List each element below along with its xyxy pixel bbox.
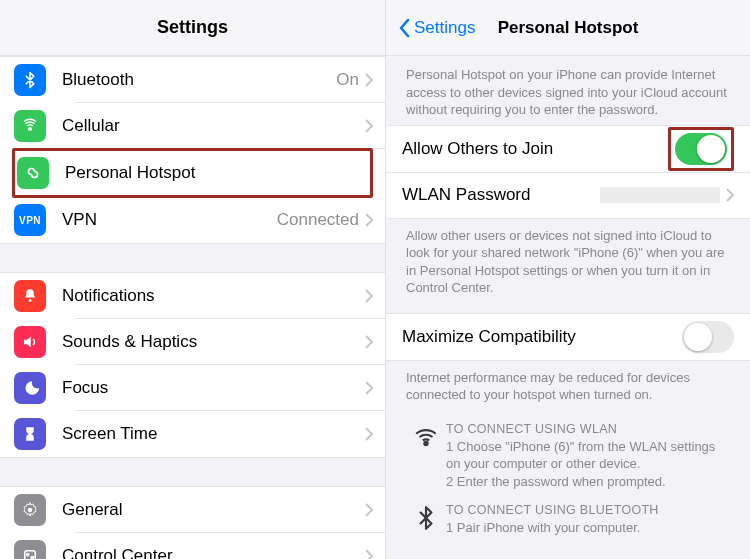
focus-icon — [14, 372, 46, 404]
row-vpn[interactable]: VPN VPN Connected — [0, 197, 385, 243]
notifications-icon — [14, 280, 46, 312]
row-max-compatibility[interactable]: Maximize Compatibility — [386, 314, 750, 360]
hotspot-group-maxcomp: Maximize Compatibility — [386, 313, 750, 361]
row-label: Screen Time — [62, 424, 365, 444]
chevron-right-icon — [726, 188, 734, 202]
svg-point-6 — [424, 442, 427, 445]
vpn-icon: VPN — [14, 204, 46, 236]
intro-text: Personal Hotspot on your iPhone can prov… — [386, 56, 750, 125]
svg-point-1 — [29, 299, 32, 302]
hotspot-group-allow: Allow Others to Join WLAN Password — [386, 125, 750, 219]
back-button[interactable]: Settings — [398, 18, 475, 38]
row-label: Allow Others to Join — [402, 139, 664, 159]
settings-group-general: General Control Center — [0, 486, 385, 559]
hotspot-pane: Settings Personal Hotspot Personal Hotsp… — [386, 0, 750, 559]
general-icon — [14, 494, 46, 526]
row-allow-others[interactable]: Allow Others to Join — [386, 126, 750, 172]
wifi-icon — [406, 422, 446, 491]
settings-title: Settings — [157, 17, 228, 38]
chevron-right-icon — [365, 381, 373, 395]
hotspot-header: Settings Personal Hotspot — [386, 0, 750, 56]
control-center-icon — [14, 540, 46, 559]
row-notifications[interactable]: Notifications — [0, 273, 385, 319]
screen-time-icon — [14, 418, 46, 450]
highlight-toggle — [668, 127, 734, 171]
instr-line: 1 Pair iPhone with your computer. — [446, 519, 659, 537]
chevron-right-icon — [365, 549, 373, 559]
svg-point-2 — [28, 508, 33, 513]
row-sounds-haptics[interactable]: Sounds & Haptics — [0, 319, 385, 365]
row-bluetooth[interactable]: Bluetooth On — [0, 57, 385, 103]
chevron-right-icon — [365, 503, 373, 517]
row-general[interactable]: General — [0, 487, 385, 533]
svg-point-4 — [27, 553, 29, 555]
svg-point-5 — [31, 556, 33, 558]
settings-group-connectivity: Bluetooth On Cellular Personal Hotspot — [0, 56, 385, 244]
row-focus[interactable]: Focus — [0, 365, 385, 411]
bluetooth-icon — [14, 64, 46, 96]
instr-line: 2 Enter the password when prompted. — [446, 473, 730, 491]
row-wlan-password[interactable]: WLAN Password — [386, 172, 750, 218]
row-label: Maximize Compatibility — [402, 327, 682, 347]
row-cellular[interactable]: Cellular — [0, 103, 385, 149]
row-value: On — [336, 70, 359, 90]
row-label: VPN — [62, 210, 277, 230]
max-compatibility-toggle[interactable] — [682, 321, 734, 353]
maxcomp-desc: Internet performance may be reduced for … — [386, 361, 750, 410]
instructions-wlan: TO CONNECT USING WLAN 1 Choose "iPhone (… — [386, 410, 750, 491]
row-control-center[interactable]: Control Center — [0, 533, 385, 559]
row-label: Sounds & Haptics — [62, 332, 365, 352]
svg-point-0 — [29, 128, 31, 130]
row-label: Personal Hotspot — [65, 163, 370, 183]
sounds-icon — [14, 326, 46, 358]
settings-group-notifications: Notifications Sounds & Haptics Focus — [0, 272, 385, 458]
row-personal-hotspot[interactable]: Personal Hotspot — [15, 151, 370, 195]
settings-pane: Settings Bluetooth On Cellular — [0, 0, 386, 559]
chevron-right-icon — [365, 335, 373, 349]
chevron-right-icon — [365, 119, 373, 133]
row-label: Cellular — [62, 116, 365, 136]
settings-header: Settings — [0, 0, 385, 56]
back-label: Settings — [414, 18, 475, 38]
highlight-personal-hotspot: Personal Hotspot — [12, 148, 373, 198]
instructions-bluetooth: TO CONNECT USING BLUETOOTH 1 Pair iPhone… — [386, 491, 750, 537]
allow-desc: Allow other users or devices not signed … — [386, 219, 750, 303]
row-value: Connected — [277, 210, 359, 230]
row-label: Notifications — [62, 286, 365, 306]
hotspot-icon — [17, 157, 49, 189]
chevron-right-icon — [365, 289, 373, 303]
chevron-right-icon — [365, 427, 373, 441]
row-label: Bluetooth — [62, 70, 336, 90]
instr-title: TO CONNECT USING BLUETOOTH — [446, 503, 659, 517]
chevron-left-icon — [398, 18, 410, 38]
instr-title: TO CONNECT USING WLAN — [446, 422, 730, 436]
row-label: Control Center — [62, 546, 365, 559]
row-label: General — [62, 500, 365, 520]
chevron-right-icon — [365, 73, 373, 87]
instr-line: 1 Choose "iPhone (6)" from the WLAN sett… — [446, 438, 730, 473]
bluetooth-glyph-icon — [406, 503, 446, 537]
wlan-password-value — [600, 187, 720, 203]
chevron-right-icon — [365, 213, 373, 227]
cellular-icon — [14, 110, 46, 142]
row-label: WLAN Password — [402, 185, 600, 205]
row-label: Focus — [62, 378, 365, 398]
allow-others-toggle[interactable] — [675, 133, 727, 165]
row-screen-time[interactable]: Screen Time — [0, 411, 385, 457]
